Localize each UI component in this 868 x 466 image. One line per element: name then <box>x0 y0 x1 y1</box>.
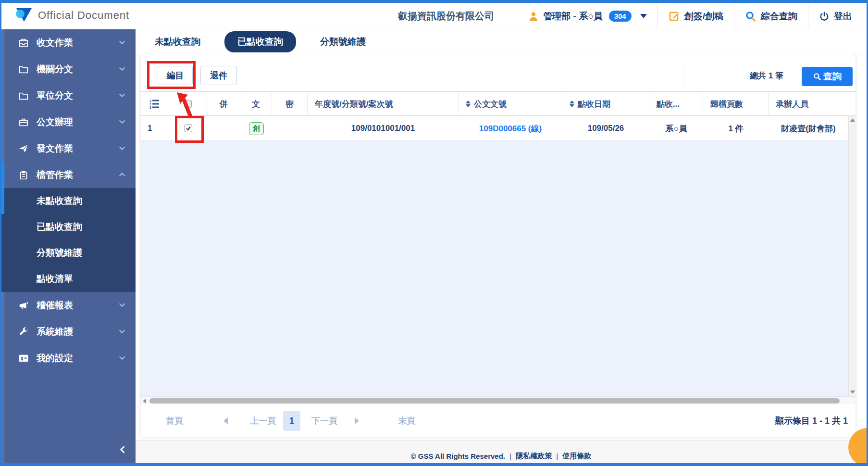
power-icon <box>819 11 830 22</box>
column-header-receive-date[interactable]: 點收日期 <box>562 92 649 116</box>
id-card-icon <box>18 353 29 364</box>
sidebar-item-label: 系統維護 <box>37 326 73 338</box>
doc-type-cell: 創 <box>240 116 272 141</box>
file-no-cell: 109/0101001/001 <box>308 116 459 141</box>
check-icon <box>186 126 191 131</box>
sidebar-item-label: 單位分文 <box>37 89 73 102</box>
logout-button[interactable]: 登出 <box>808 3 863 29</box>
sidebar-item-receive-list[interactable]: 點收清單 <box>1 266 136 292</box>
select-all-checkbox[interactable] <box>184 100 192 108</box>
search-button[interactable]: 查詢 <box>802 67 853 86</box>
logout-label: 登出 <box>834 10 852 23</box>
column-header-label: 公文文號 <box>474 99 507 110</box>
sidebar-submenu-archive: 未點收查詢 已點收查詢 分類號維護 點收清單 <box>1 188 136 292</box>
row-select-cell <box>169 116 207 141</box>
pagination-prev[interactable]: 上一頁 <box>250 404 276 437</box>
sidebar-item-label: 機關分文 <box>37 63 73 76</box>
catalog-button[interactable]: 編目 <box>158 66 193 85</box>
tab-classification-maintain[interactable]: 分類號維護 <box>318 32 368 52</box>
sidebar-item-label: 檔管作業 <box>37 169 73 181</box>
active-menu-indicator <box>1 162 4 214</box>
scrollbar-thumb[interactable] <box>149 398 840 403</box>
header-actions: 管理部 - 系○員 304 創簽/創稿 綜合查詢 <box>518 3 863 29</box>
sidebar-item-my-settings[interactable]: 我的設定 <box>1 345 136 371</box>
chevron-down-icon <box>118 327 126 337</box>
company-name: 叡揚資訊股份有限公司 <box>367 3 525 29</box>
sort-icon[interactable] <box>570 101 574 107</box>
sidebar-collapse-button[interactable] <box>118 445 128 456</box>
search-button-label: 查詢 <box>823 70 842 83</box>
sort-icon[interactable] <box>466 101 471 107</box>
column-header-receiver[interactable]: 點收... <box>649 92 703 116</box>
user-menu[interactable]: 管理部 - 系○員 304 <box>518 3 657 29</box>
pagination-first[interactable]: 首頁 <box>166 404 183 437</box>
sidebar-item-doc-handling[interactable]: 公文辦理 <box>1 109 136 135</box>
triangle-left-icon <box>223 417 228 424</box>
footer-separator: | <box>509 452 511 460</box>
doc-type-badge: 創 <box>249 122 264 135</box>
chevron-down-icon <box>118 301 126 311</box>
sidebar-item-received-query[interactable]: 已點收查詢 <box>1 214 136 240</box>
sidebar-item-send[interactable]: 發文作業 <box>1 135 136 162</box>
column-header-pages[interactable]: 歸檔頁數 <box>703 92 769 116</box>
briefcase-icon <box>18 116 29 128</box>
secret-cell <box>272 116 308 141</box>
column-header-handler[interactable]: 承辦人員 <box>769 92 848 116</box>
privacy-policy-link[interactable]: 隱私權政策 <box>516 452 552 461</box>
user-icon <box>528 11 539 22</box>
column-header-secret[interactable]: 密 <box>272 92 308 116</box>
sidebar-item-unreceived-query[interactable]: 未點收查詢 <box>1 188 136 214</box>
sidebar-item-audit-report[interactable]: 稽催報表 <box>1 292 136 318</box>
row-number-column-header[interactable]: 1 2 3 <box>141 92 169 116</box>
sidebar-item-archive[interactable]: 檔管作業 <box>1 162 136 188</box>
column-header-file-no[interactable]: 年度號/分類號/案次號 <box>308 92 459 116</box>
svg-text:2: 2 <box>149 102 151 106</box>
chevron-down-icon <box>118 91 126 101</box>
sidebar-item-receive[interactable]: 收文作業 <box>1 29 136 56</box>
pagination-next-arrow[interactable] <box>355 404 359 437</box>
reject-button[interactable]: 退件 <box>200 66 237 85</box>
row-checkbox[interactable] <box>185 125 192 132</box>
total-count-label: 總共 1 筆 <box>750 70 783 81</box>
column-header-doc[interactable]: 文 <box>240 92 272 116</box>
sidebar-item-unit-dispatch[interactable]: 單位分文 <box>1 82 136 109</box>
terms-link[interactable]: 使用條款 <box>562 452 591 461</box>
sidebar-item-agency-dispatch[interactable]: 機關分文 <box>1 56 136 82</box>
vertical-scrollbar[interactable] <box>848 116 856 396</box>
table-row[interactable]: 1 創 109/0101001/001 109D000665 (線) 109/0… <box>141 116 856 141</box>
pagination-next[interactable]: 下一頁 <box>311 404 337 437</box>
chevron-down-icon <box>118 38 126 48</box>
folder-icon <box>18 63 29 75</box>
pagination-last[interactable]: 末頁 <box>398 404 415 437</box>
top-header: Official Document 叡揚資訊股份有限公司 管理部 - 系○員 3… <box>1 3 867 29</box>
user-label: 管理部 - 系○員 <box>543 10 602 23</box>
svg-text:3: 3 <box>149 106 151 109</box>
global-search-button[interactable]: 綜合查詢 <box>734 3 808 29</box>
tab-received-query[interactable]: 已點收查詢 <box>224 31 296 52</box>
sidebar-item-label: 稽催報表 <box>37 299 73 312</box>
column-header-merge[interactable]: 併 <box>207 92 240 116</box>
pagination-current-page[interactable]: 1 <box>283 411 300 431</box>
tab-unreceived-query[interactable]: 未點收查詢 <box>153 32 202 52</box>
chevron-down-icon <box>118 65 126 75</box>
select-all-column-header <box>169 92 207 116</box>
column-header-doc-no[interactable]: 公文文號 <box>459 92 562 116</box>
global-search-label: 綜合查詢 <box>761 10 797 23</box>
user-badge: 304 <box>609 11 632 22</box>
doc-no-link[interactable]: 109D000665 (線) <box>479 123 542 134</box>
table-empty-area <box>141 141 856 396</box>
table-header: 1 2 3 併 文 密 年度號/分類號/案次號 公文文號 點收日期 點收... … <box>141 91 856 116</box>
scroll-up-icon[interactable] <box>850 118 855 122</box>
footer-separator: | <box>556 452 558 460</box>
receive-date-cell: 109/05/26 <box>562 116 649 141</box>
scroll-down-icon[interactable] <box>850 390 855 394</box>
sidebar-item-classification-maintain[interactable]: 分類號維護 <box>1 240 136 266</box>
horizontal-scrollbar[interactable] <box>141 396 856 404</box>
megaphone-icon <box>18 300 29 311</box>
sidebar-item-label: 我的設定 <box>37 352 73 365</box>
sidebar-item-system-maintain[interactable]: 系統維護 <box>1 318 136 345</box>
create-doc-button[interactable]: 創簽/創稿 <box>658 3 734 29</box>
receiver-cell: 系○員 <box>649 116 703 141</box>
pagination-prev-arrow[interactable] <box>223 404 228 437</box>
scroll-left-icon[interactable] <box>143 399 146 403</box>
